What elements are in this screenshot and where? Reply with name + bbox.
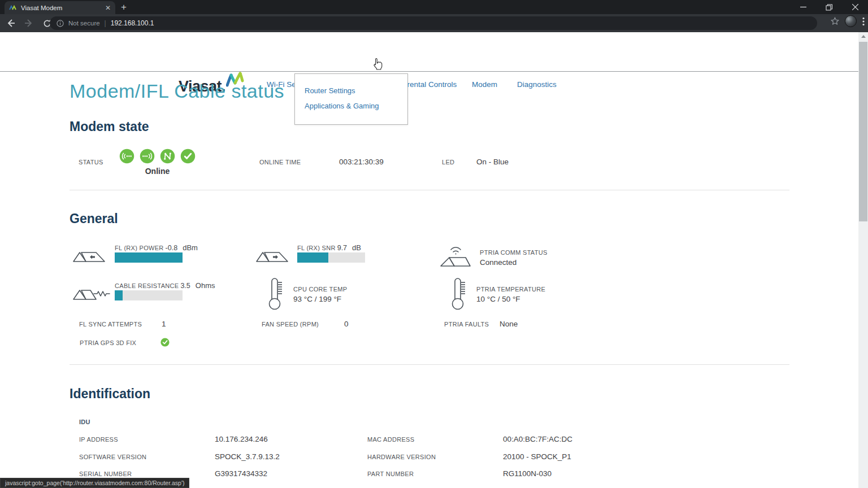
- ptria-temperature-value: 10 °C / 50 °F: [476, 295, 520, 303]
- browser-tab[interactable]: Viasat Modem ✕: [5, 1, 115, 14]
- modem-state-heading: Modem state: [70, 119, 149, 134]
- cable-resistance-bar: [115, 290, 183, 300]
- tab-close-icon[interactable]: ✕: [105, 4, 111, 12]
- browser-menu-icon[interactable]: [862, 17, 865, 26]
- site-header: Viasat. Wi-Fi Settings Router Settings P…: [0, 32, 858, 72]
- ip-address-value: 10.176.234.246: [215, 435, 268, 443]
- fl-sync-attempts-label: FL SYNC ATTEMPTS: [79, 321, 142, 328]
- dropdown-item-applications-gaming[interactable]: Applications & Gaming: [305, 102, 379, 110]
- url-text: 192.168.100.1: [111, 19, 154, 27]
- fl-sync-attempts-value: 1: [162, 320, 166, 328]
- modem-status-icons: [119, 149, 196, 164]
- profile-avatar[interactable]: [845, 15, 857, 27]
- status-label: STATUS: [79, 159, 103, 165]
- section-divider: [70, 190, 789, 190]
- fan-speed-label: FAN SPEED (RPM): [262, 321, 319, 328]
- info-icon[interactable]: [57, 20, 64, 27]
- scrollbar-up-arrow[interactable]: [858, 32, 868, 41]
- fl-rx-snr-bar: [297, 252, 365, 263]
- new-tab-button[interactable]: +: [121, 2, 127, 12]
- serial-number-label: SERIAL NUMBER: [79, 470, 132, 477]
- ptria-gps-3d-fix-label: PTRIA GPS 3D FIX: [80, 339, 136, 346]
- window-close-button[interactable]: [842, 0, 868, 14]
- bookmark-star-icon[interactable]: [831, 17, 839, 25]
- software-version-value: SPOCK_3.7.9.13.2: [215, 452, 280, 461]
- nav-diagnostics[interactable]: Diagnostics: [517, 80, 557, 89]
- window-minimize-button[interactable]: [790, 0, 816, 14]
- mac-address-value: 00:A0:BC:7F:AC:DC: [503, 435, 572, 443]
- satellite-transmit-icon: [140, 149, 155, 164]
- address-bar[interactable]: Not secure | 192.168.100.1: [50, 16, 817, 30]
- tab-title: Viasat Modem: [21, 5, 101, 11]
- online-time-value: 003:21:30:39: [339, 158, 384, 166]
- ptria-comm-status-value: Connected: [480, 258, 517, 267]
- ptria-faults-label: PTRIA FAULTS: [444, 321, 489, 328]
- idu-group-label: IDU: [79, 419, 90, 425]
- ip-address-label: IP ADDRESS: [79, 436, 118, 443]
- ptria-thermometer-icon: [450, 278, 467, 310]
- status-bar-url: javascript:goto_page('http://router.vias…: [5, 480, 184, 486]
- status-value: Online: [119, 167, 196, 176]
- cable-resistance-icon: [72, 286, 113, 301]
- ptria-antenna-wifi-icon: [440, 244, 471, 268]
- online-check-icon: [180, 149, 196, 164]
- section-divider: [70, 364, 789, 365]
- mac-address-label: MAC ADDRESS: [367, 436, 414, 443]
- cpu-thermometer-icon: [267, 278, 284, 310]
- cpu-core-temp-value: 93 °C / 199 °F: [293, 295, 341, 303]
- hardware-version-value: 20100 - SPOCK_P1: [503, 452, 571, 461]
- general-heading: General: [70, 211, 118, 226]
- satellite-receive-icon: [119, 149, 134, 164]
- part-number-value: RG1100N-030: [503, 469, 552, 478]
- ptria-faults-value: None: [500, 320, 518, 328]
- window-restore-button[interactable]: [816, 0, 842, 14]
- favicon-viasat-icon: [9, 5, 17, 11]
- hardware-version-label: HARDWARE VERSION: [367, 454, 436, 460]
- scrollbar-thumb[interactable]: [859, 42, 867, 221]
- fl-rx-power-header: FL (RX) POWER-0.8dBm: [115, 242, 198, 252]
- tria-antenna-icon: [72, 249, 106, 263]
- gps-fix-check-icon: [160, 338, 170, 347]
- led-label: LED: [442, 159, 454, 165]
- address-separator: |: [105, 19, 106, 27]
- ptria-temperature-label: PTRIA TEMPERATURE: [476, 286, 545, 293]
- led-value: On - Blue: [476, 158, 509, 166]
- forward-button[interactable]: [21, 16, 36, 30]
- security-label: Not secure: [68, 20, 100, 27]
- back-button[interactable]: [3, 16, 18, 30]
- nav-modem[interactable]: Modem: [472, 80, 497, 89]
- page-scrollbar[interactable]: [858, 32, 868, 488]
- browser-tab-strip: Viasat Modem ✕ +: [0, 0, 868, 14]
- fan-speed-value: 0: [344, 320, 349, 328]
- cpu-core-temp-label: CPU CORE TEMP: [293, 286, 347, 293]
- fl-rx-power-bar: [115, 252, 183, 263]
- dropdown-item-router-settings[interactable]: Router Settings: [305, 86, 355, 95]
- router-settings-dropdown: Router Settings Applications & Gaming: [294, 73, 408, 125]
- fl-rx-snr-header: FL (RX) SNR9.7dB: [297, 242, 361, 252]
- software-version-label: SOFTWARE VERSION: [79, 454, 146, 460]
- browser-status-bar: javascript:goto_page('http://router.vias…: [0, 478, 189, 488]
- ptria-comm-status-label: PTRIA COMM STATUS: [480, 249, 548, 256]
- network-icon: [160, 149, 175, 164]
- cable-resistance-header: CABLE RESISTANCE3.5Ohms: [115, 280, 215, 290]
- identification-heading: Identification: [70, 386, 150, 402]
- tria-antenna-icon: [255, 249, 289, 263]
- part-number-label: PART NUMBER: [367, 470, 414, 477]
- serial-number-value: G39317434332: [215, 469, 267, 478]
- online-time-label: ONLINE TIME: [259, 159, 301, 165]
- page-title: Modem/IFL Cable status: [70, 80, 284, 102]
- mouse-cursor-hand-icon: [373, 58, 383, 70]
